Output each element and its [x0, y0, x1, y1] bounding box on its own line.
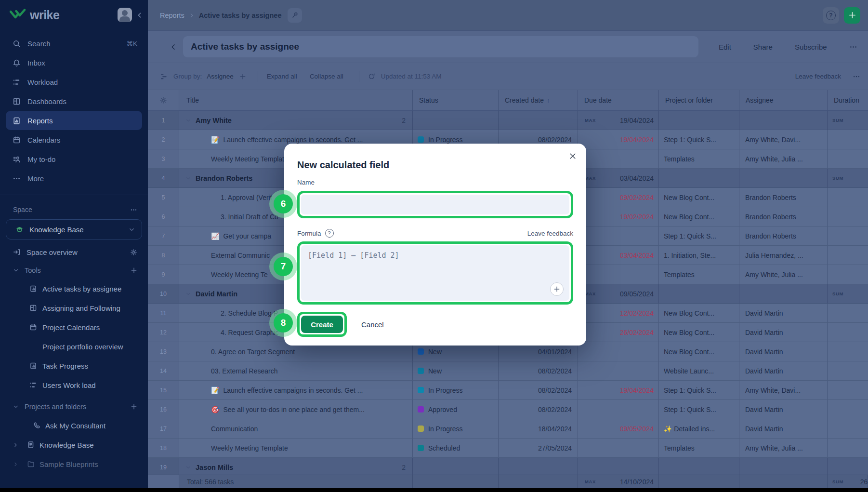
sidebar-tool-active-tasks-by-assignee[interactable]: Active tasks by assignee: [0, 279, 148, 298]
status-label: Scheduled: [428, 444, 460, 452]
modal-leave-feedback-link[interactable]: Leave feedback: [527, 230, 573, 237]
add-field-button[interactable]: [550, 282, 564, 296]
sidebar-item-inbox[interactable]: Inbox: [6, 53, 142, 72]
create-button[interactable]: Create: [301, 316, 343, 333]
project-cell: New Blog Cont...: [659, 342, 739, 361]
sidebar-item-more[interactable]: More: [6, 169, 142, 188]
sidebar-tool-task-progress[interactable]: Task Progress: [0, 356, 148, 375]
cancel-button[interactable]: Cancel: [361, 320, 384, 329]
status-label: Approved: [428, 406, 457, 413]
created-date-cell: [499, 111, 578, 130]
sidebar-tool-users-work-load[interactable]: Users Work load: [0, 375, 148, 395]
report-title-field[interactable]: Active tasks by assignee: [183, 36, 698, 57]
table-row-17[interactable]: 17CommunicationIn Progress18/04/202409/0…: [148, 419, 868, 439]
sidebar-project-sample-blueprints[interactable]: Sample Blueprints: [0, 454, 148, 474]
table-row-19[interactable]: 19Jason Mills2: [148, 458, 868, 475]
formula-input[interactable]: [Field 1] – [Field 2]: [301, 245, 569, 301]
project-cell: Templates: [659, 265, 739, 284]
assignee-cell: David Martin: [739, 342, 828, 361]
breadcrumb-bar: Reports Active tasks by assignee ?: [148, 0, 868, 31]
table-row-18[interactable]: 18Weekly Meeting TemplateScheduled27/05/…: [148, 439, 868, 458]
project-cell: Step 1: Quick S...: [659, 226, 739, 245]
sidebar-project-knowledge-base[interactable]: Knowledge Base: [0, 435, 148, 454]
pin-icon[interactable]: [288, 8, 302, 23]
gear-icon[interactable]: [159, 96, 167, 104]
space-selector[interactable]: Knowledge Base: [6, 219, 142, 239]
sidebar-item-search[interactable]: Search⌘K: [6, 34, 142, 53]
back-button[interactable]: [169, 43, 177, 51]
refresh-icon[interactable]: [368, 73, 375, 80]
sum-label: SUM: [832, 118, 843, 123]
row-number: 1: [148, 111, 179, 130]
column-header-project[interactable]: Project or folder: [659, 90, 739, 110]
subscribe-button[interactable]: Subscribe: [795, 43, 827, 51]
total-status-cell: [413, 475, 499, 488]
row-number: 2: [148, 130, 179, 149]
title-cell: 📝Launch effective campaigns in seconds. …: [179, 381, 413, 399]
due-date-cell: MAX19/04/2024: [578, 111, 659, 130]
space-more-icon[interactable]: [130, 206, 137, 213]
sidebar-item-space-overview[interactable]: Space overview: [0, 242, 148, 262]
chevron-down-icon: [185, 118, 191, 123]
screenshot-bottom-border: [0, 488, 868, 492]
updated-timestamp: Updated at 11:53 AM: [381, 73, 442, 80]
sidebar-tools-header[interactable]: Tools: [0, 262, 148, 279]
project-cell: Step 1: Quick S...: [659, 130, 739, 149]
sidebar-item-reports[interactable]: Reports: [6, 111, 142, 130]
table-row-15[interactable]: 15📝Launch effective campaigns in seconds…: [148, 381, 868, 400]
collapse-all-button[interactable]: Collapse all: [310, 73, 343, 80]
sidebar-item-my-to-do[interactable]: My to-do: [6, 149, 142, 169]
table-row-16[interactable]: 16🎯See all your to-dos in one place and …: [148, 400, 868, 419]
sidebar-tool-project-portfolio-overview[interactable]: Project portfolio overview: [0, 337, 148, 356]
task-title: 0. Agree on Target Segment: [211, 348, 295, 356]
share-button[interactable]: Share: [753, 43, 773, 51]
toolbar-more-icon[interactable]: [853, 73, 860, 80]
add-project-icon[interactable]: [131, 403, 137, 410]
wrike-logo-text: wrike: [30, 8, 59, 22]
sidebar-project-ask-my-consultant[interactable]: Ask My Consultant: [0, 416, 148, 435]
column-header-title[interactable]: Title: [179, 90, 413, 110]
group-by-value[interactable]: Assignee: [207, 73, 234, 80]
due-date-value: 09/05/2024: [620, 290, 654, 298]
column-header-due[interactable]: Due date: [578, 90, 659, 110]
sidebar-item-label: My to-do: [27, 155, 137, 163]
add-grouping-icon[interactable]: [239, 73, 246, 80]
row-number: 12: [148, 323, 179, 342]
top-right-actions: ?: [823, 7, 860, 24]
phone-icon: [33, 422, 40, 429]
user-avatar[interactable]: [118, 8, 132, 22]
column-header-created[interactable]: Created date↑: [499, 90, 578, 110]
chevron-down-icon: [13, 404, 19, 410]
task-title: Launch effective campaigns in seconds. G…: [223, 136, 363, 144]
column-header-status[interactable]: Status: [413, 90, 499, 110]
expand-all-button[interactable]: Expand all: [267, 73, 297, 80]
page-title: Active tasks by assignee: [191, 41, 299, 52]
dialog-buttons-row: Create Cancel: [297, 312, 573, 337]
breadcrumb-reports[interactable]: Reports: [160, 12, 184, 19]
gear-icon[interactable]: [130, 249, 137, 256]
column-header-assignee[interactable]: Assignee: [739, 90, 828, 110]
sidebar-tool-project-calendars[interactable]: Project Calendars: [0, 318, 148, 337]
name-input[interactable]: [301, 195, 569, 214]
leave-feedback-link[interactable]: Leave feedback: [795, 73, 841, 80]
sidebar-collapse-icon[interactable]: [136, 12, 143, 19]
sidebar-tool-assigning-and-following[interactable]: Assigning and Following: [0, 298, 148, 318]
table-row-1[interactable]: 1Amy White2MAX19/04/2024SUM: [148, 111, 868, 130]
formula-help-icon[interactable]: ?: [325, 229, 334, 238]
total-max-date: 14/10/2024: [620, 478, 654, 486]
column-header-duration[interactable]: Duration: [828, 90, 868, 110]
title-cell: Communication: [179, 419, 413, 438]
more-actions-icon[interactable]: [849, 43, 857, 51]
edit-button[interactable]: Edit: [719, 43, 731, 51]
help-button[interactable]: ?: [823, 7, 839, 24]
project-cell: 1. Initiation, Ste...: [659, 246, 739, 265]
add-tool-icon[interactable]: [131, 267, 137, 274]
close-icon[interactable]: [569, 152, 577, 160]
sidebar-item-dashboards[interactable]: Dashboards: [6, 92, 142, 111]
global-add-button[interactable]: [844, 7, 860, 24]
sidebar-item-workload[interactable]: Workload: [6, 72, 142, 92]
status-label: In Progress: [428, 425, 463, 433]
table-row-14[interactable]: 1403. External ResearchNew08/02/2024Webs…: [148, 361, 868, 381]
sidebar-projects-header[interactable]: Projects and folders: [0, 398, 148, 416]
sidebar-item-calendars[interactable]: Calendars: [6, 130, 142, 149]
